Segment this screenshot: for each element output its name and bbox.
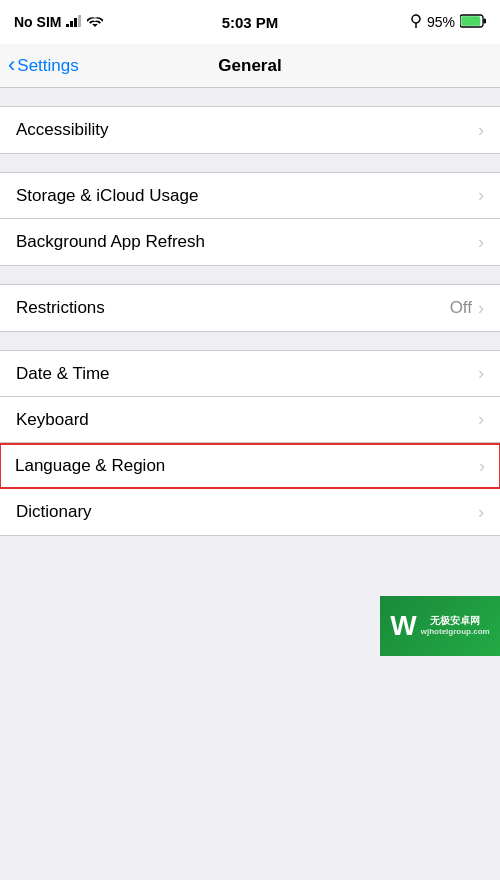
accessibility-label: Accessibility (16, 120, 109, 140)
svg-rect-8 (484, 18, 487, 23)
back-button[interactable]: ‹ Settings (8, 55, 79, 76)
watermark-logo: W (390, 610, 416, 642)
restrictions-right: Off › (450, 298, 484, 319)
section-4: Date & Time › Keyboard › Language & Regi… (0, 350, 500, 536)
wifi-icon (87, 14, 103, 30)
carrier-text: No SIM (14, 14, 61, 30)
language-row[interactable]: Language & Region › (0, 443, 500, 489)
datetime-chevron-icon: › (478, 363, 484, 384)
background-label: Background App Refresh (16, 232, 205, 252)
background-chevron-icon: › (478, 232, 484, 253)
status-right: 95% (410, 14, 486, 31)
restrictions-label: Restrictions (16, 298, 105, 318)
accessibility-chevron-icon: › (478, 120, 484, 141)
svg-rect-7 (461, 16, 480, 25)
section-3: Restrictions Off › (0, 284, 500, 332)
signal-icon (66, 14, 82, 30)
page-title: General (218, 56, 281, 76)
section-1: Accessibility › (0, 106, 500, 154)
datetime-row[interactable]: Date & Time › (0, 351, 500, 397)
back-label: Settings (17, 56, 78, 76)
location-icon (410, 14, 422, 31)
dictionary-label: Dictionary (16, 502, 92, 522)
svg-rect-3 (78, 15, 81, 27)
svg-rect-0 (66, 24, 69, 27)
language-label: Language & Region (15, 456, 165, 476)
storage-right: › (478, 185, 484, 206)
section-gap-3 (0, 266, 500, 284)
watermark-text-line1: 无极安卓网 (421, 614, 490, 627)
section-gap-4 (0, 332, 500, 350)
battery-percent: 95% (427, 14, 455, 30)
watermark: W 无极安卓网 wjhotelgroup.com (380, 596, 500, 656)
section-gap-1 (0, 88, 500, 106)
restrictions-value: Off (450, 298, 472, 318)
status-time: 5:03 PM (222, 14, 279, 31)
keyboard-row[interactable]: Keyboard › (0, 397, 500, 443)
settings-content: Accessibility › Storage & iCloud Usage ›… (0, 88, 500, 656)
keyboard-right: › (478, 409, 484, 430)
keyboard-label: Keyboard (16, 410, 89, 430)
datetime-right: › (478, 363, 484, 384)
datetime-label: Date & Time (16, 364, 110, 384)
restrictions-row[interactable]: Restrictions Off › (0, 285, 500, 331)
back-chevron-icon: ‹ (8, 54, 15, 76)
restrictions-chevron-icon: › (478, 298, 484, 319)
status-bar: No SIM 5:03 PM 95% (0, 0, 500, 44)
background-row[interactable]: Background App Refresh › (0, 219, 500, 265)
keyboard-chevron-icon: › (478, 409, 484, 430)
svg-point-4 (412, 15, 420, 23)
language-right: › (479, 456, 485, 477)
language-chevron-icon: › (479, 456, 485, 477)
status-left: No SIM (14, 14, 103, 30)
section-2: Storage & iCloud Usage › Background App … (0, 172, 500, 266)
dictionary-row[interactable]: Dictionary › (0, 489, 500, 535)
storage-label: Storage & iCloud Usage (16, 186, 198, 206)
dictionary-right: › (478, 502, 484, 523)
section-gap-2 (0, 154, 500, 172)
accessibility-right: › (478, 120, 484, 141)
svg-rect-2 (74, 18, 77, 27)
accessibility-row[interactable]: Accessibility › (0, 107, 500, 153)
dictionary-chevron-icon: › (478, 502, 484, 523)
battery-icon (460, 14, 486, 31)
background-right: › (478, 232, 484, 253)
storage-chevron-icon: › (478, 185, 484, 206)
nav-bar: ‹ Settings General (0, 44, 500, 88)
watermark-text-line2: wjhotelgroup.com (421, 627, 490, 637)
storage-row[interactable]: Storage & iCloud Usage › (0, 173, 500, 219)
svg-rect-1 (70, 21, 73, 27)
